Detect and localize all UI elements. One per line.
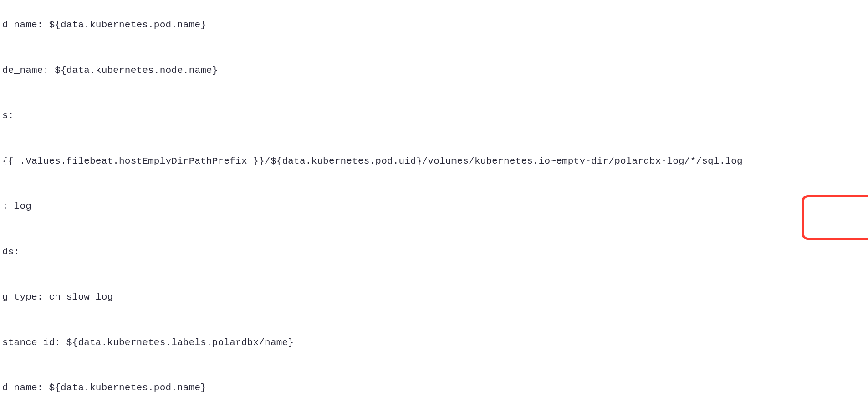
code-line: : log [2, 199, 868, 214]
code-line: s: [2, 108, 868, 123]
code-line: d_name: ${data.kubernetes.pod.name} [2, 17, 868, 32]
code-line: ds: [2, 244, 868, 259]
code-line: g_type: cn_slow_log [2, 290, 868, 305]
code-line: de_name: ${data.kubernetes.node.name} [2, 63, 868, 78]
code-line: d_name: ${data.kubernetes.pod.name} [2, 380, 868, 393]
code-line: {{ .Values.filebeat.hostEmplyDirPathPref… [2, 154, 868, 169]
code-line: stance_id: ${data.kubernetes.labels.pola… [2, 335, 868, 350]
code-block[interactable]: d_name: ${data.kubernetes.pod.name} de_n… [0, 0, 868, 393]
